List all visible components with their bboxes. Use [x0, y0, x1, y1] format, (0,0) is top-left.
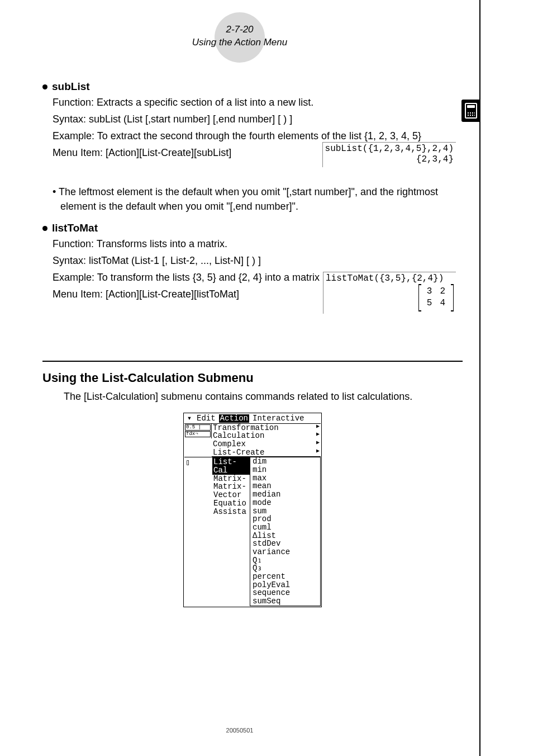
page-header: 2-7-20 Using the Action Menu: [0, 23, 479, 49]
menubar-item-action: Action: [219, 414, 249, 423]
listtomat-code-input: listToMat({3,5},{2,4}): [326, 273, 454, 284]
menu-item: Calculation: [213, 432, 264, 440]
sublist-code-input: subList({1,2,3,4,5},2,4): [325, 144, 454, 154]
menu-item: Complex: [213, 440, 246, 448]
flyout-item: min: [250, 466, 320, 474]
flyout-item: Q₃: [250, 564, 320, 573]
flyout-item: mean: [250, 482, 320, 490]
sublist-syntax: Syntax: subList (List [,start number] [,…: [53, 112, 463, 126]
flyout-item: variance: [250, 548, 320, 556]
listtomat-heading: listToMat: [42, 222, 463, 234]
list-calculation-intro: The [List-Calculation] submenu contains …: [64, 391, 463, 403]
sublist-example: Example: To extract the second through t…: [53, 129, 463, 143]
tool-icon: 0.5 |: [185, 424, 211, 431]
header-page-ref: 2-7-20: [0, 23, 479, 36]
flyout-item: percent: [250, 573, 320, 581]
bullet-icon: [42, 226, 47, 231]
submenu-item: Vector: [212, 491, 250, 499]
listtomat-function: Function: Transforms lists into a matrix…: [53, 237, 463, 251]
listtomat-code-inset: listToMat({3,5},{2,4}) 32 54: [323, 272, 456, 314]
listcal-flyout: dim min max mean median mode sum prod cu…: [250, 457, 321, 606]
calculator-screenshot: ▾ Edit Action Interactive 0.5 | fdx¬ Tra…: [183, 413, 322, 607]
submenu-item: Assista: [212, 508, 250, 516]
listtomat-matrix: 32 54: [418, 284, 454, 311]
menubar-item-interactive: Interactive: [253, 414, 304, 423]
flyout-item: Δlist: [250, 532, 320, 540]
action-dropdown: Transformation▶ Calculation▶ Complex▶ Li…: [212, 424, 321, 457]
listtomat-syntax: Syntax: listToMat (List-1 [, List-2, ...…: [53, 253, 463, 268]
sublist-function: Function: Extracts a specific section of…: [53, 95, 463, 110]
flyout-item: polyEval: [250, 581, 320, 589]
sublist-code-output: {2,3,4}: [325, 154, 454, 165]
header-section: Using the Action Menu: [0, 36, 479, 49]
submenu-arrow-icon: ▶: [316, 448, 320, 457]
flyout-item: dim: [250, 457, 320, 466]
menu-item: List-Create: [213, 448, 264, 457]
submenu-item: Matrix-: [212, 475, 250, 483]
section-divider: [42, 361, 463, 362]
flyout-item: median: [250, 490, 320, 499]
list-calculation-heading: Using the List-Calculation Submenu: [42, 371, 463, 385]
submenu-item: Matrix-: [212, 483, 250, 491]
menubar-item-edit: Edit: [197, 414, 216, 423]
calculator-tab-icon: [461, 100, 480, 122]
submenu-arrow-icon: ▶: [316, 424, 320, 432]
flyout-item: cuml: [250, 523, 320, 532]
cursor-indicator: ▯: [184, 457, 212, 468]
submenu-arrow-icon: ▶: [316, 440, 320, 448]
action-submenu-left: List-Cal Matrix- Matrix- Vector Equatio …: [212, 457, 250, 516]
flyout-item: mode: [250, 499, 320, 507]
flyout-item: prod: [250, 515, 320, 523]
flyout-item: max: [250, 474, 320, 483]
toolbar-icons: 0.5 | fdx¬: [184, 424, 212, 438]
submenu-arrow-icon: ▶: [316, 432, 320, 440]
listtomat-title-text: listToMat: [52, 222, 98, 234]
flyout-item: stdDev: [250, 540, 320, 548]
menu-item: Transformation: [213, 424, 279, 432]
sublist-title-text: subList: [52, 81, 90, 92]
sublist-note: • The leftmost element is the default wh…: [53, 185, 463, 214]
flyout-item: Q₁: [250, 556, 320, 565]
down-arrow-icon: ▾: [185, 414, 193, 423]
submenu-item-listcal: List-Cal: [212, 458, 250, 474]
footer-page-id: 20050501: [0, 727, 479, 734]
submenu-item: Equatio: [212, 499, 250, 508]
sublist-heading: subList: [42, 81, 463, 93]
bullet-icon: [42, 84, 47, 89]
flyout-item: sum: [250, 507, 320, 516]
calc-menubar: ▾ Edit Action Interactive: [184, 414, 321, 424]
flyout-item: sequence: [250, 589, 320, 597]
flyout-item: sumSeq: [250, 597, 320, 606]
tool-icon: fdx¬: [185, 431, 211, 437]
sublist-code-inset: subList({1,2,3,4,5},2,4) {2,3,4}: [322, 142, 456, 167]
